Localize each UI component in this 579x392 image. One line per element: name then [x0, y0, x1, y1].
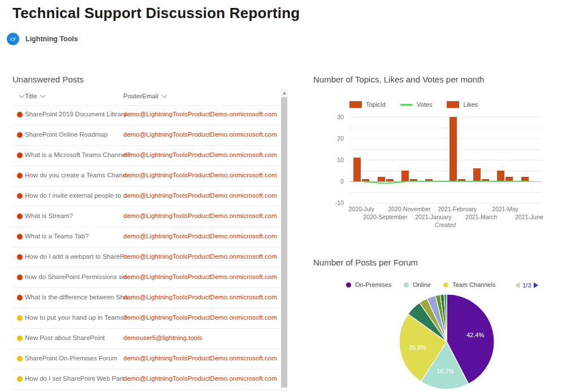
table-row[interactable]: What is Stream?demo@LightningToolsProduc…	[12, 207, 282, 227]
status-dot-icon	[17, 254, 23, 260]
post-title: How do I add a webpart to ShareP...	[25, 253, 129, 260]
sort-chevron-icon	[162, 93, 167, 98]
y-axis-tick: -10	[335, 199, 344, 206]
bar-chart-legend: TopicId Votes Likes	[349, 101, 492, 108]
y-axis-tick: 0	[340, 178, 344, 185]
legend-label: On-Premises	[355, 281, 391, 288]
poster-email: demo@LightningToolsProductDemo.onmicroso…	[123, 233, 277, 239]
poster-email: demo@LightningToolsProductDemo.onmicroso…	[123, 273, 277, 280]
legend-item-topicid[interactable]: TopicId	[349, 101, 386, 108]
status-dot-icon	[17, 295, 23, 300]
table-row[interactable]: SharePoint Online Roadmapdemo@LightningT…	[12, 125, 282, 146]
post-title: How do you create a Teams Chann...	[25, 172, 132, 178]
post-title: What is Stream?	[25, 212, 73, 219]
status-dot-icon	[17, 214, 23, 219]
legend-next-icon[interactable]	[534, 282, 538, 288]
x-axis-label: 2020-November	[388, 206, 430, 212]
table-row[interactable]: What is the difference between Sha...dem…	[12, 288, 282, 308]
poster-email: demo@LightningToolsProductDemo.onmicroso…	[123, 151, 277, 158]
table-row[interactable]: How to put your hand up in Teams?demo@Li…	[12, 308, 282, 329]
bar-plot	[349, 117, 541, 203]
post-title: What is the difference between Sha...	[25, 294, 133, 300]
table-row[interactable]: New Post about SharePointdemouser5@light…	[12, 329, 282, 349]
scroll-up-button[interactable]	[281, 89, 287, 97]
table-row[interactable]: What is a Microsoft Teams Channel?demo@L…	[12, 146, 282, 166]
legend-item-teamchannels[interactable]: Team Channels	[443, 281, 495, 288]
poster-email: demouser5@lightning.tools	[123, 334, 202, 341]
post-title: What is a Teams Tab?	[25, 233, 89, 239]
table-row[interactable]: How do I set SharePoint Web Part ...demo…	[12, 369, 282, 390]
legend-page-indicator: 1/3	[522, 282, 531, 289]
x-axis-title: Created	[349, 221, 541, 228]
online-swatch-icon	[404, 282, 409, 288]
gridline	[349, 203, 541, 203]
x-axis-label: 2021-January	[415, 214, 451, 220]
legend-prev-icon[interactable]	[515, 282, 520, 288]
scroll-up-icon	[283, 92, 286, 94]
post-title: What is a Microsoft Teams Channel?	[25, 151, 131, 158]
onpremises-swatch-icon	[346, 282, 351, 288]
post-title: SharePoint On-Premises Forum	[25, 355, 118, 361]
table-row[interactable]: SharePoint On-Premises Forumdemo@Lightni…	[12, 349, 282, 369]
table-rows: SharePoint 2019 Document Library...demo@…	[12, 105, 282, 390]
pie-label: 25.8%	[409, 344, 426, 351]
post-title: how do SharePoint Permissions wo...	[25, 273, 132, 280]
pie-label: 16.7%	[437, 368, 454, 374]
topicid-swatch-icon	[349, 101, 362, 108]
status-dot-icon	[17, 112, 23, 117]
expand-all-chevron-icon[interactable]	[16, 93, 24, 99]
table-row[interactable]: SharePoint 2019 Document Library...demo@…	[12, 105, 282, 125]
pie-chart-legend: On-Premises Online Team Channels	[346, 281, 508, 288]
post-title: How do I invite external people to ...	[25, 192, 128, 199]
y-axis-tick: 30	[337, 114, 344, 120]
table-row[interactable]: How do you create a Teams Chann...demo@L…	[12, 166, 282, 186]
legend-item-onpremises[interactable]: On-Premises	[346, 281, 391, 288]
sort-chevron-icon	[40, 93, 46, 98]
scrollbar-thumb[interactable]	[281, 97, 287, 387]
table-row[interactable]: how do SharePoint Permissions wo...demo@…	[12, 268, 282, 288]
post-title: How to put your hand up in Teams?	[25, 314, 127, 321]
legend-label: Team Channels	[452, 281, 495, 288]
legend-item-online[interactable]: Online	[404, 281, 431, 288]
legend-label: TopicId	[366, 101, 386, 108]
post-title: How do I set SharePoint Web Part ...	[25, 375, 131, 382]
y-axis-tick: 10	[337, 156, 344, 163]
x-axis-label: 2021-March	[465, 214, 497, 220]
votes-line[interactable]	[349, 117, 541, 203]
pie-label: 42.4%	[466, 332, 484, 338]
status-dot-icon	[17, 275, 23, 280]
unanswered-posts-title: Unanswered Posts	[12, 75, 84, 84]
table-row[interactable]: What is a Teams Tab?demo@LightningToolsP…	[12, 227, 282, 247]
poster-email: demo@LightningToolsProductDemo.onmicroso…	[123, 375, 277, 382]
legend-item-votes[interactable]: Votes	[400, 101, 433, 108]
table-scrollbar[interactable]	[281, 89, 287, 392]
legend-item-likes[interactable]: Likes	[447, 101, 478, 108]
status-dot-icon	[17, 315, 23, 321]
legend-label: Online	[413, 281, 431, 288]
x-axis-label: 2020-July	[348, 206, 374, 212]
status-dot-icon	[17, 234, 23, 239]
table-row[interactable]: How do I add a webpart to ShareP...demo@…	[12, 247, 282, 268]
column-header-posteremail[interactable]: PosterEmail	[123, 93, 166, 99]
bar-chart-title: Number of Topics, Likes and Votes per mo…	[313, 75, 484, 84]
table-row[interactable]: How do I invite external people to ...de…	[12, 186, 282, 207]
poster-email: demo@LightningToolsProductDemo.onmicroso…	[123, 212, 277, 219]
post-title: SharePoint Online Roadmap	[25, 131, 107, 138]
status-dot-icon	[17, 336, 23, 341]
poster-email: demo@LightningToolsProductDemo.onmicroso…	[123, 253, 277, 260]
status-dot-icon	[17, 356, 23, 361]
poster-email: demo@LightningToolsProductDemo.onmicroso…	[123, 172, 277, 178]
x-axis-label: 2020-September	[363, 214, 407, 220]
poster-email: demo@LightningToolsProductDemo.onmicroso…	[123, 111, 277, 117]
poster-email: demo@LightningToolsProductDemo.onmicroso…	[123, 314, 277, 321]
owner-name: Lightning Tools	[25, 35, 78, 43]
x-axis-label: 2021-February	[438, 206, 477, 212]
owner-avatar: LT	[7, 33, 19, 45]
column-header-title[interactable]: Title	[25, 93, 45, 99]
poster-email: demo@LightningToolsProductDemo.onmicroso…	[123, 192, 277, 199]
legend-label: Votes	[417, 101, 433, 108]
pie-chart: 42.4%16.7%25.8%	[396, 293, 498, 392]
legend-pager: 1/3	[515, 282, 538, 289]
status-dot-icon	[17, 376, 23, 382]
report-owner: LT Lightning Tools	[7, 33, 78, 45]
